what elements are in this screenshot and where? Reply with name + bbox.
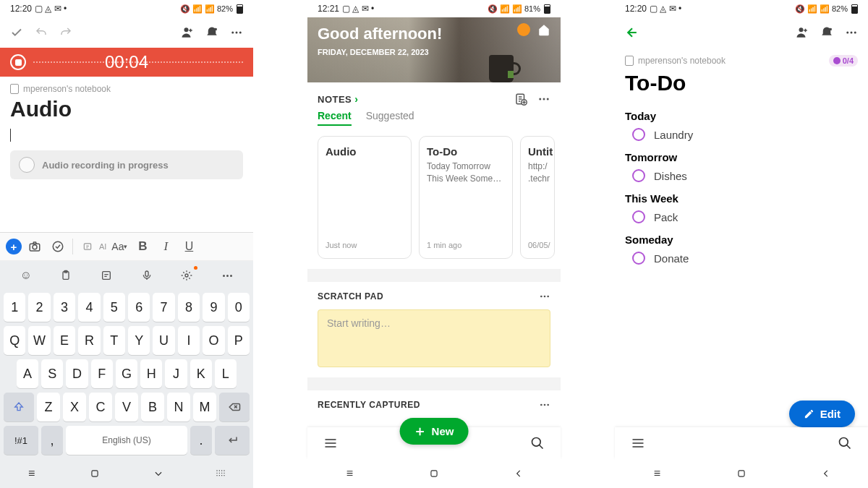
note-cards[interactable]: AudioJust nowTo-DoToday Tomorrow This We… bbox=[307, 130, 561, 259]
note-title[interactable]: Audio bbox=[0, 94, 253, 127]
key-z[interactable]: Z bbox=[37, 393, 60, 421]
key-8[interactable]: 8 bbox=[178, 293, 200, 322]
more-icon[interactable] bbox=[230, 26, 243, 39]
key-o[interactable]: O bbox=[203, 326, 224, 355]
menu-icon[interactable] bbox=[323, 436, 338, 450]
key-c[interactable]: C bbox=[89, 393, 112, 421]
key-d[interactable]: D bbox=[66, 359, 88, 388]
key-6[interactable]: 6 bbox=[128, 293, 150, 322]
kbd-more-icon[interactable] bbox=[219, 267, 235, 283]
enter-key[interactable] bbox=[215, 426, 250, 455]
task-checkbox[interactable] bbox=[632, 252, 645, 265]
symbols-key[interactable]: !#1 bbox=[4, 426, 38, 455]
kbd-switch-button[interactable] bbox=[213, 466, 229, 481]
key-0[interactable]: 0 bbox=[228, 293, 250, 322]
note-card[interactable]: Untithttp:/ .techr06/05/ bbox=[520, 136, 555, 259]
menu-icon[interactable] bbox=[631, 436, 645, 450]
edit-fab[interactable]: Edit bbox=[789, 401, 855, 427]
key-u[interactable]: U bbox=[153, 326, 174, 355]
chevron-right-icon[interactable]: › bbox=[354, 93, 358, 105]
mic-icon[interactable] bbox=[139, 267, 155, 283]
key-w[interactable]: W bbox=[28, 326, 50, 355]
todo-item[interactable]: Pack bbox=[615, 207, 868, 229]
key-m[interactable]: M bbox=[193, 393, 216, 421]
todo-item[interactable]: Dishes bbox=[615, 166, 868, 188]
home-button[interactable] bbox=[87, 466, 103, 481]
reminder-icon[interactable] bbox=[205, 26, 218, 39]
space-key[interactable]: English (US) bbox=[66, 426, 187, 455]
key-x[interactable]: X bbox=[63, 393, 86, 421]
key-l[interactable]: L bbox=[215, 359, 237, 388]
key-b[interactable]: B bbox=[141, 393, 164, 421]
key-t[interactable]: T bbox=[103, 326, 125, 355]
shift-key[interactable] bbox=[4, 393, 34, 421]
key-4[interactable]: 4 bbox=[78, 293, 100, 322]
check-icon[interactable] bbox=[10, 26, 23, 39]
italic-button[interactable]: I bbox=[156, 236, 176, 257]
settings-icon[interactable] bbox=[179, 267, 195, 283]
new-fab[interactable]: New bbox=[400, 418, 469, 445]
home-button[interactable] bbox=[426, 466, 442, 481]
key-p[interactable]: P bbox=[228, 326, 250, 355]
backspace-key[interactable] bbox=[219, 393, 250, 421]
key-f[interactable]: F bbox=[91, 359, 113, 388]
text-extract-icon[interactable] bbox=[98, 267, 114, 283]
key-r[interactable]: R bbox=[78, 326, 100, 355]
scratch-pad[interactable]: Start writing… bbox=[318, 309, 550, 367]
key-9[interactable]: 9 bbox=[203, 293, 224, 322]
audio-attachment[interactable]: Audio recording in progress bbox=[10, 150, 243, 179]
key-n[interactable]: N bbox=[167, 393, 190, 421]
task-icon[interactable] bbox=[48, 236, 68, 257]
key-k[interactable]: K bbox=[190, 359, 212, 388]
key-2[interactable]: 2 bbox=[28, 293, 50, 322]
redo-icon[interactable] bbox=[59, 26, 72, 39]
todo-item[interactable]: Laundry bbox=[615, 125, 868, 147]
text-style-button[interactable]: Aa▾ bbox=[109, 236, 129, 257]
key-7[interactable]: 7 bbox=[153, 293, 174, 322]
key-e[interactable]: E bbox=[54, 326, 75, 355]
note-card[interactable]: AudioJust now bbox=[318, 136, 412, 259]
undo-icon[interactable] bbox=[35, 26, 48, 39]
key-v[interactable]: V bbox=[115, 393, 138, 421]
home-widget-icon[interactable] bbox=[537, 23, 550, 36]
bold-button[interactable]: B bbox=[132, 236, 153, 257]
clipboard-icon[interactable] bbox=[58, 267, 74, 283]
key-y[interactable]: Y bbox=[128, 326, 150, 355]
more-icon[interactable] bbox=[539, 399, 550, 411]
notes-label[interactable]: NOTES bbox=[318, 94, 352, 105]
more-icon[interactable] bbox=[845, 26, 858, 39]
key-1[interactable]: 1 bbox=[4, 293, 25, 322]
key-i[interactable]: I bbox=[178, 326, 200, 355]
recents-button[interactable]: ≡ bbox=[341, 466, 357, 481]
key-3[interactable]: 3 bbox=[54, 293, 75, 322]
task-checkbox[interactable] bbox=[632, 128, 645, 141]
notebook-breadcrumb[interactable]: mperenson's notebook bbox=[625, 56, 726, 66]
back-button[interactable] bbox=[818, 466, 834, 481]
key-g[interactable]: G bbox=[116, 359, 137, 388]
task-progress-badge[interactable]: 0/4 bbox=[829, 55, 858, 67]
key-s[interactable]: S bbox=[41, 359, 63, 388]
emoji-icon[interactable]: ☺ bbox=[18, 267, 34, 283]
recents-button[interactable]: ≡ bbox=[649, 466, 665, 481]
share-person-icon[interactable] bbox=[181, 26, 194, 39]
key-5[interactable]: 5 bbox=[103, 293, 125, 322]
home-button[interactable] bbox=[733, 466, 749, 481]
search-icon[interactable] bbox=[530, 436, 545, 450]
notebook-breadcrumb[interactable]: mperenson's notebook bbox=[0, 77, 253, 94]
recents-button[interactable]: ≡ bbox=[24, 466, 40, 481]
comma-key[interactable]: , bbox=[41, 426, 63, 455]
new-note-icon[interactable] bbox=[514, 93, 527, 106]
period-key[interactable]: . bbox=[190, 426, 212, 455]
key-h[interactable]: H bbox=[140, 359, 162, 388]
underline-button[interactable]: U bbox=[179, 236, 199, 257]
tab-suggested[interactable]: Suggested bbox=[366, 110, 414, 126]
stop-recording-button[interactable] bbox=[10, 54, 26, 70]
more-icon[interactable] bbox=[539, 291, 550, 302]
back-icon[interactable] bbox=[625, 25, 639, 40]
search-icon[interactable] bbox=[838, 436, 852, 450]
notification-dot-icon[interactable] bbox=[517, 23, 530, 36]
reminder-icon[interactable] bbox=[820, 26, 833, 39]
insert-button[interactable]: + bbox=[6, 239, 22, 254]
kbd-collapse-button[interactable] bbox=[150, 466, 166, 481]
ai-icon[interactable] bbox=[77, 236, 98, 257]
